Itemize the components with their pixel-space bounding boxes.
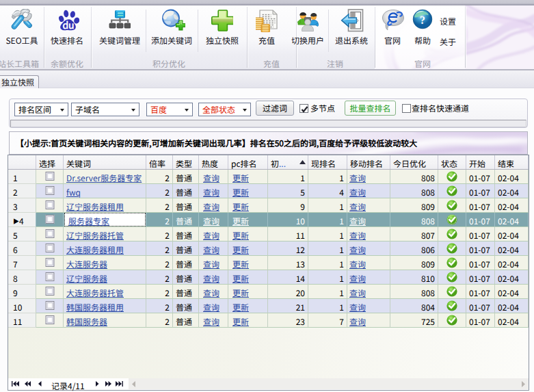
svg-text:du: du xyxy=(62,18,74,31)
svg-text:?: ? xyxy=(420,11,425,27)
